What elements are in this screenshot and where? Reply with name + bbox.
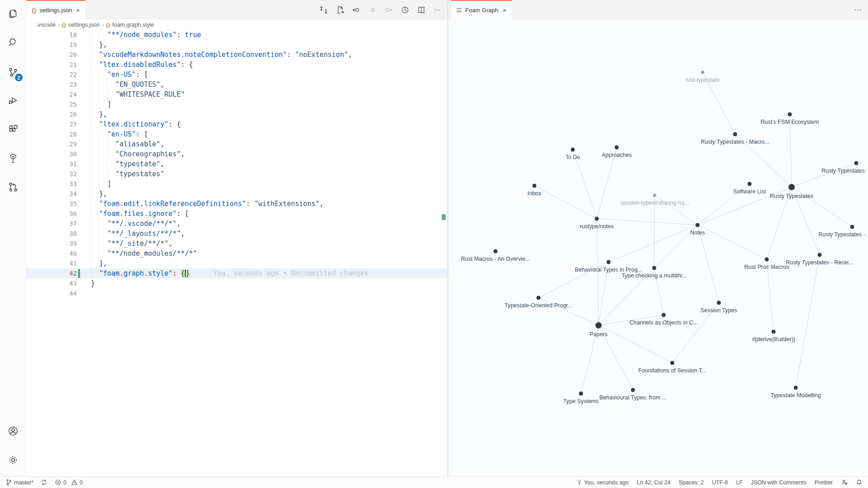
- code-line[interactable]: 30 "Choreographies",: [26, 149, 447, 159]
- code-line[interactable]: 28 "en-US": [: [26, 129, 447, 139]
- graph-node-label[interactable]: Rusty Typestates - Macro...: [701, 139, 769, 145]
- code-line[interactable]: 27 "ltex.dictionary": {: [26, 119, 447, 129]
- graph-node[interactable]: [615, 145, 619, 150]
- source-control-icon[interactable]: 2: [0, 61, 26, 84]
- problems-status[interactable]: 0 0: [55, 479, 83, 486]
- graph-node[interactable]: [533, 184, 537, 188]
- account-icon[interactable]: [0, 419, 26, 443]
- graph-node-label[interactable]: Notes: [690, 230, 705, 236]
- code-line[interactable]: 19 },: [26, 40, 447, 50]
- graph-node[interactable]: [794, 386, 798, 390]
- breadcrumb-symbol[interactable]: foam.graph.style: [112, 22, 154, 28]
- graph-node-label[interactable]: Behavioral Types in Prog...: [575, 267, 642, 273]
- change-dot-icon[interactable]: [367, 4, 378, 16]
- graph-node-label[interactable]: Rusty Typestates: [770, 193, 813, 199]
- sync-icon[interactable]: [41, 479, 47, 486]
- graph-node-label[interactable]: Session Types: [700, 307, 737, 314]
- graph-node[interactable]: [631, 388, 635, 392]
- code-line[interactable]: 37 "**/.vscode/**/*",: [26, 219, 447, 229]
- code-line[interactable]: 20 "vscodeMarkdownNotes.noteCompletionCo…: [26, 50, 447, 60]
- graph-node[interactable]: [818, 253, 822, 257]
- graph-node-label[interactable]: To Do: [566, 154, 580, 160]
- graph-node[interactable]: [579, 392, 583, 396]
- formatter-status[interactable]: Prettier: [815, 479, 833, 486]
- code-line[interactable]: 36 "foam.files.ignore": [: [26, 209, 447, 219]
- code-line[interactable]: 32 "typestates": [26, 169, 447, 179]
- graph-node-label[interactable]: Rusty Typestates -: [818, 231, 865, 238]
- graph-node-label[interactable]: Approaches: [602, 152, 632, 158]
- breadcrumb-folder[interactable]: .vscode: [36, 22, 56, 28]
- breadcrumb-file[interactable]: settings.json: [68, 22, 99, 28]
- extensions-icon[interactable]: [0, 117, 26, 141]
- graph-node-label[interactable]: rust-typestate: [685, 77, 720, 83]
- timeline-icon[interactable]: [399, 4, 411, 16]
- graph-node-label[interactable]: Channels as Objects in C...: [629, 319, 698, 326]
- code-line[interactable]: 33 ]: [26, 179, 447, 189]
- eol-status[interactable]: LF: [736, 479, 743, 486]
- graph-node[interactable]: [765, 258, 769, 262]
- commit-info-status[interactable]: You, seconds ago: [576, 479, 629, 486]
- graph-node[interactable]: [652, 266, 656, 270]
- graph-node-label[interactable]: Rusty Typestates: [821, 168, 865, 174]
- language-mode-status[interactable]: JSON with Comments: [751, 479, 807, 486]
- code-line[interactable]: 43}: [26, 278, 447, 288]
- search-icon[interactable]: [0, 31, 26, 54]
- code-line[interactable]: 35 "foam.edit.linkReferenceDefinitions":…: [26, 199, 447, 209]
- code-line[interactable]: 22 "en-US": [: [26, 70, 447, 80]
- testing-tree-icon[interactable]: [0, 146, 26, 170]
- code-line[interactable]: 23 "EN_QUOTES",: [26, 80, 447, 89]
- settings-gear-icon[interactable]: [0, 448, 26, 472]
- graph-node-label[interactable]: Papers: [590, 331, 608, 338]
- graph-node[interactable]: [696, 223, 700, 227]
- code-line[interactable]: 34 },: [26, 189, 447, 199]
- open-changes-icon[interactable]: [318, 4, 330, 16]
- code-line[interactable]: 42 "foam.graph.style": {}You, seconds ag…: [26, 268, 447, 278]
- tab-foam-graph[interactable]: Foam Graph ×: [451, 0, 512, 19]
- code-line[interactable]: 39 "**/_site/**/*",: [26, 239, 447, 249]
- graph-node[interactable]: [571, 148, 575, 152]
- tab-settings-json[interactable]: {} settings.json ×: [26, 0, 86, 19]
- graph-node[interactable]: [850, 225, 854, 229]
- feedback-icon[interactable]: [841, 479, 848, 486]
- code-line[interactable]: 21 "ltex.disabledRules": {: [26, 60, 447, 70]
- encoding-status[interactable]: UTF-8: [712, 479, 728, 486]
- run-debug-icon[interactable]: [0, 89, 26, 112]
- graph-node-label[interactable]: session-types#sharing-na...: [620, 200, 689, 206]
- graph-node[interactable]: [607, 260, 611, 264]
- graph-node[interactable]: [717, 301, 721, 305]
- code-line[interactable]: 18 "**/node_modules": true: [26, 30, 447, 40]
- code-line[interactable]: 26 },: [26, 109, 447, 119]
- code-area[interactable]: 18 "**/node_modules": true19 },20 "vscod…: [26, 30, 447, 476]
- graph-node-label[interactable]: Behavioural Types: from ...: [599, 394, 666, 401]
- graph-node-label[interactable]: Typestate-Oriented Progr...: [505, 302, 572, 309]
- graph-node[interactable]: [854, 161, 859, 165]
- graph-node[interactable]: [595, 217, 599, 221]
- graph-node[interactable]: [653, 193, 656, 197]
- graph-node[interactable]: [670, 361, 675, 365]
- graph-node-label[interactable]: Typestate Modelling: [770, 392, 821, 399]
- graph-node-label[interactable]: Rust Proc Macros: [744, 264, 789, 270]
- graph-node-label[interactable]: Rust's FSM Ecosystem: [761, 119, 819, 125]
- code-line[interactable]: 41 ],: [26, 258, 447, 268]
- next-change-icon[interactable]: [383, 4, 395, 16]
- explorer-icon[interactable]: [0, 2, 26, 25]
- graph-node[interactable]: [595, 322, 602, 328]
- graph-node[interactable]: [748, 182, 752, 186]
- graph-node[interactable]: [788, 184, 795, 190]
- indentation-status[interactable]: Spaces: 2: [679, 479, 704, 486]
- close-tab-icon[interactable]: ×: [75, 7, 80, 14]
- graph-canvas[interactable]: rust-typestateRust's FSM EcosystemRusty …: [448, 19, 868, 476]
- graph-node-label[interactable]: Type Systems: [563, 398, 599, 404]
- code-line[interactable]: 24 "WHITESPACE_RULE": [26, 89, 447, 99]
- code-line[interactable]: 25 ]: [26, 99, 447, 109]
- graph-node[interactable]: [662, 313, 666, 317]
- remote-repositories-icon[interactable]: [0, 175, 26, 199]
- graph-node-label[interactable]: rustype/notes: [580, 223, 613, 230]
- graph-node-label[interactable]: #[derive(Builder)]: [752, 336, 795, 343]
- graph-node-label[interactable]: Type checking a multithr...: [622, 272, 687, 279]
- graph-node[interactable]: [537, 296, 541, 300]
- graph-node-label[interactable]: Foundations of Session T...: [638, 367, 707, 374]
- graph-node-label[interactable]: Rust Macros - An Overvie...: [461, 256, 530, 262]
- branch-status[interactable]: master*: [5, 479, 33, 486]
- graph-node[interactable]: [701, 70, 704, 74]
